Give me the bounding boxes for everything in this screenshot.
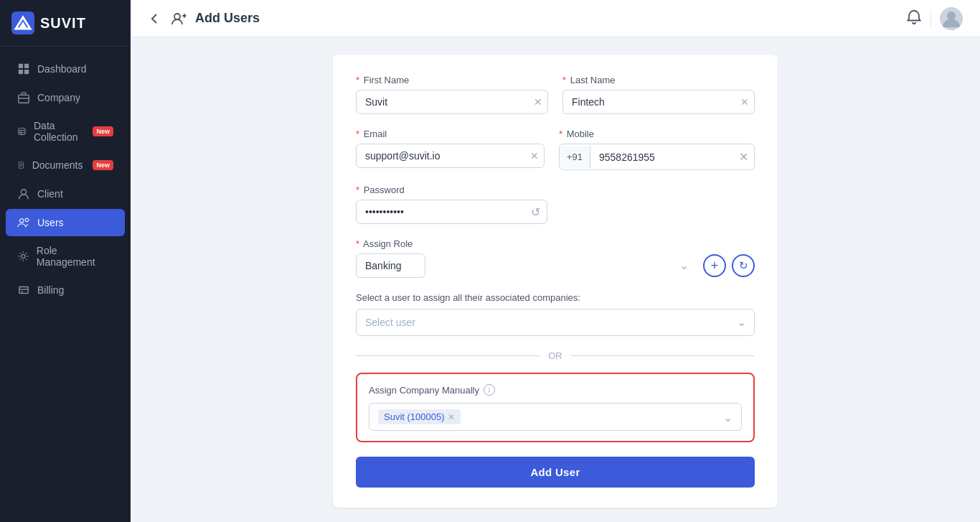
back-button[interactable] (148, 11, 162, 26)
sidebar-item-label: Documents (32, 159, 83, 171)
assign-company-box: Assign Company Manually i Suvit (100005)… (356, 373, 755, 442)
info-icon: i (484, 384, 495, 396)
svg-rect-3 (19, 64, 23, 68)
first-name-clear-icon[interactable]: ✕ (534, 96, 542, 108)
last-name-group: * Last Name ✕ (562, 75, 755, 114)
dashboard-icon (17, 62, 30, 75)
email-input[interactable] (356, 144, 545, 168)
or-divider: OR (356, 350, 755, 361)
user-select-wrap: Select user (356, 309, 755, 336)
mobile-input[interactable] (590, 146, 733, 169)
last-name-label: * Last Name (562, 75, 755, 85)
role-row: Banking + ↻ (356, 253, 755, 278)
svg-rect-4 (24, 64, 29, 68)
page-title: Add Users (195, 11, 260, 26)
company-tag-label: Suvit (100005) (384, 411, 445, 422)
or-line-left (356, 355, 540, 356)
select-user-section-label: Select a user to assign all their associ… (356, 292, 755, 303)
role-select[interactable]: Banking (356, 253, 425, 278)
company-icon (17, 91, 30, 104)
password-group: * Password ↺ (356, 185, 547, 224)
new-badge: New (93, 126, 113, 136)
mobile-input-wrap: +91 ✕ (559, 144, 755, 170)
sidebar-item-client[interactable]: Client (6, 180, 125, 208)
password-label: * Password (356, 185, 547, 195)
user-select[interactable]: Select user (356, 309, 755, 336)
svg-point-21 (22, 254, 25, 258)
email-label: * Email (356, 129, 545, 139)
svg-point-20 (25, 218, 29, 222)
or-text: OR (548, 350, 562, 361)
sidebar-item-label: Dashboard (37, 63, 87, 75)
assign-company-label: Assign Company Manually i (369, 384, 742, 396)
contact-row: * Email ✕ * Mobile +91 (356, 129, 755, 170)
svg-point-23 (174, 14, 180, 19)
svg-rect-8 (22, 93, 25, 95)
add-users-icon (171, 11, 187, 27)
email-clear-icon[interactable]: ✕ (530, 150, 539, 162)
password-row: * Password ↺ (356, 185, 755, 224)
main-area: Add Users (131, 0, 980, 522)
header: Add Users (131, 0, 980, 37)
svg-rect-6 (24, 70, 29, 74)
sidebar-item-billing[interactable]: Billing (6, 276, 125, 304)
mobile-group: * Mobile +91 ✕ (559, 129, 755, 170)
password-toggle-icon[interactable]: ↺ (531, 205, 540, 219)
svg-rect-7 (19, 95, 29, 103)
password-input-wrap: ↺ (356, 200, 547, 224)
sidebar-item-company[interactable]: Company (6, 84, 125, 111)
sidebar: SUVIT Dashboard Company (0, 0, 131, 522)
sidebar-item-label: Role Management (37, 245, 113, 268)
sidebar-item-data-collection[interactable]: Data Collection New (6, 113, 125, 150)
sidebar-item-users[interactable]: Users (6, 209, 125, 236)
company-tag-close[interactable]: ✕ (448, 412, 455, 422)
logo-text: SUVIT (40, 15, 86, 32)
email-group: * Email ✕ (356, 129, 545, 170)
header-right (906, 7, 963, 30)
add-user-button[interactable]: Add User (356, 457, 755, 488)
mobile-clear-icon[interactable]: ✕ (733, 144, 754, 169)
users-icon (17, 216, 30, 229)
notification-bell[interactable] (906, 9, 922, 28)
first-name-input[interactable] (356, 90, 548, 114)
or-line-right (571, 355, 755, 356)
sidebar-item-documents[interactable]: Documents New (6, 152, 125, 179)
svg-rect-10 (19, 128, 25, 134)
sidebar-item-role-management[interactable]: Role Management (6, 238, 125, 275)
header-left: Add Users (148, 11, 260, 27)
user-avatar[interactable] (940, 7, 963, 30)
sidebar-item-label: Data Collection (34, 120, 83, 143)
first-name-label: * First Name (356, 75, 548, 85)
content-area: * First Name ✕ * Last Name ✕ (131, 37, 980, 522)
select-user-row: Select a user to assign all their associ… (356, 292, 755, 336)
sidebar-item-dashboard[interactable]: Dashboard (6, 55, 125, 83)
last-name-input[interactable] (562, 90, 755, 114)
add-role-button[interactable]: + (703, 254, 726, 277)
mobile-label: * Mobile (559, 129, 755, 139)
refresh-role-button[interactable]: ↻ (732, 254, 755, 277)
svg-rect-5 (19, 70, 23, 74)
svg-point-19 (20, 219, 24, 223)
logo-area: SUVIT (0, 0, 131, 47)
company-select-wrap[interactable]: Suvit (100005) ✕ ⌄ (369, 403, 742, 431)
svg-rect-22 (21, 292, 23, 292)
first-name-group: * First Name ✕ (356, 75, 548, 114)
sidebar-item-label: Client (37, 188, 63, 200)
sidebar-nav: Dashboard Company Data Collection New (0, 47, 131, 312)
data-collection-icon (17, 125, 27, 138)
email-input-wrap: ✕ (356, 144, 545, 168)
name-row: * First Name ✕ * Last Name ✕ (356, 75, 755, 114)
company-tag: Suvit (100005) ✕ (378, 409, 461, 424)
mobile-prefix: +91 (560, 146, 590, 168)
logo-icon (11, 11, 34, 34)
password-input[interactable] (356, 200, 547, 224)
last-name-clear-icon[interactable]: ✕ (740, 96, 749, 108)
client-icon (17, 187, 30, 200)
sidebar-item-label: Billing (37, 284, 64, 296)
documents-icon (17, 159, 25, 172)
sidebar-item-label: Company (37, 92, 80, 103)
role-select-wrap: Banking (356, 253, 697, 278)
assign-role-label: * Assign Role (356, 238, 755, 249)
new-badge: New (93, 160, 113, 170)
company-select-chevron-icon[interactable]: ⌄ (723, 410, 732, 424)
